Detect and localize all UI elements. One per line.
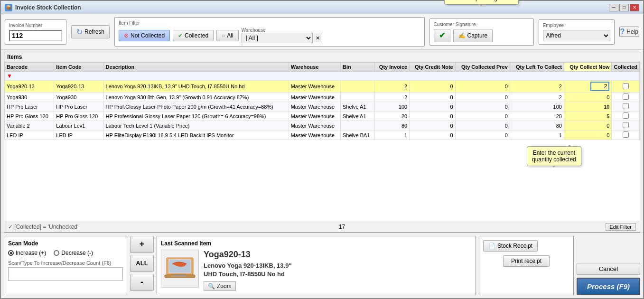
collected-cell[interactable] xyxy=(612,81,640,93)
table-cell xyxy=(341,121,375,131)
scan-type-input[interactable] xyxy=(8,267,123,280)
minimize-button[interactable]: ─ xyxy=(609,4,618,11)
stock-receipt-label: Stock Receipt xyxy=(497,243,532,249)
check-icon: ✔ xyxy=(439,31,445,40)
collected-checkbox[interactable] xyxy=(623,103,629,109)
table-cell: 0 xyxy=(455,102,510,112)
table-row[interactable]: Yoga920-13Yoga920-13Lenovo Yoga 920-13IK… xyxy=(5,81,640,93)
table-row[interactable]: Variable 2Labour Lev1Labour Tech Level 1… xyxy=(5,121,640,131)
table-cell: Lenovo Yoga 920-13IKB, 13.9" UHD Touch, … xyxy=(103,81,289,93)
refresh-button[interactable]: ↻ Refresh xyxy=(71,25,110,38)
table-cell: 2 xyxy=(510,81,564,93)
scanned-item-code: Yoga920-13 xyxy=(204,250,472,260)
table-row[interactable]: LED IPLED IPHP EliteDisplay E190i 18.9 5… xyxy=(5,131,640,140)
invoice-number-input[interactable] xyxy=(9,30,62,41)
col-description: Description xyxy=(103,63,289,72)
increase-radio[interactable]: Increase (+) xyxy=(8,250,46,256)
filter-indicator-icon: ▼ xyxy=(7,73,12,79)
warehouse-filter: Warehouse [ All ] Master Warehouse ✕ xyxy=(242,28,322,43)
collected-checkbox[interactable] xyxy=(623,83,629,89)
collected-cell[interactable] xyxy=(612,93,640,102)
table-cell: LED IP xyxy=(5,131,54,140)
not-collected-icon: ⊗ xyxy=(124,32,129,39)
capture-button[interactable]: ✍ Capture xyxy=(453,29,493,42)
not-collected-button[interactable]: ⊗ Not Collected xyxy=(119,30,170,41)
table-row[interactable]: HP Pro Gloss 120HP Pro Gloss 120HP Profe… xyxy=(5,112,640,121)
bottom-panel: Scan Mode Increase (+) Decrease (-) Scan… xyxy=(1,233,643,298)
print-receipt-button[interactable]: Print receipt xyxy=(503,255,550,267)
collected-cell[interactable] xyxy=(612,121,640,131)
table-row[interactable]: HP Pro LaserHP Pro LaserHP Prof.Glossy L… xyxy=(5,102,640,112)
table-cell: 100 xyxy=(374,102,410,112)
qty-collect-now-cell[interactable]: 10 xyxy=(564,102,612,112)
qty-collect-now-cell[interactable]: 0 xyxy=(564,93,612,102)
close-button[interactable]: ✕ xyxy=(630,4,639,11)
check-signature-button[interactable]: ✔ xyxy=(434,29,450,42)
collected-checkbox[interactable] xyxy=(623,93,629,100)
cancel-button[interactable]: Cancel xyxy=(577,263,640,275)
collected-checkbox[interactable] xyxy=(623,122,629,128)
table-cell: Master Warehouse xyxy=(289,112,340,121)
table-cell: 80 xyxy=(510,121,564,131)
qty-collect-now-cell[interactable]: 0 xyxy=(564,121,612,131)
plus-button[interactable]: + xyxy=(130,236,154,253)
table-cell: 0 xyxy=(410,81,456,93)
all-label: All xyxy=(227,32,233,39)
table-cell: 1 xyxy=(374,131,410,140)
qty-collect-now-cell[interactable] xyxy=(564,81,612,93)
last-scanned-title: Last Scanned Item xyxy=(161,240,472,247)
collected-checkbox[interactable] xyxy=(623,131,629,138)
collected-button[interactable]: ✔ Collected xyxy=(173,30,214,41)
maximize-button[interactable]: □ xyxy=(619,4,629,11)
zoom-button[interactable]: 🔍 Zoom xyxy=(204,281,236,291)
qty-collect-now-cell[interactable]: 5 xyxy=(564,112,612,121)
warehouse-select[interactable]: [ All ] Master Warehouse xyxy=(242,33,313,43)
collected-cell[interactable] xyxy=(612,131,640,140)
capture-icon: ✍ xyxy=(458,32,466,39)
table-cell: Master Warehouse xyxy=(289,102,340,112)
table-cell: HP EliteDisplay E190i 18.9 5:4 LED Backl… xyxy=(103,131,289,140)
customer-signature-panel: Customer Signature Click to capture sign… xyxy=(429,19,534,46)
collected-cell[interactable] xyxy=(612,102,640,112)
table-cell: HP Pro Laser xyxy=(54,102,103,112)
table-cell: Yoga930 xyxy=(5,93,54,102)
edit-filter-button[interactable]: Edit Filter xyxy=(606,223,636,231)
table-cell: Master Warehouse xyxy=(289,81,340,93)
process-button[interactable]: Process (F9) xyxy=(577,278,640,295)
table-cell: Labour Lev1 xyxy=(54,121,103,131)
all-filter-button[interactable]: ○ All xyxy=(216,30,239,41)
collected-cell[interactable] xyxy=(612,112,640,121)
items-header: Items xyxy=(4,52,640,62)
help-button[interactable]: ? Help xyxy=(619,27,639,37)
minus-button[interactable]: - xyxy=(130,274,154,291)
qty-collect-now-cell[interactable]: 0 xyxy=(564,131,612,140)
warehouse-clear-button[interactable]: ✕ xyxy=(314,34,322,42)
table-row[interactable]: Yoga930Yoga930Lenovo Yoga 930 8th Gen, 1… xyxy=(5,93,640,102)
filter-buttons: ⊗ Not Collected ✔ Collected ○ All Wareho… xyxy=(119,28,420,43)
table-cell: 0 xyxy=(455,112,510,121)
table-cell: 2 xyxy=(374,81,410,93)
table-cell: HP Prof.Glossy Laser Photo Paper 200 g/m… xyxy=(103,102,289,112)
title-bar: 📦 Invoice Stock Collection ─ □ ✕ xyxy=(1,1,643,14)
col-qty-collected-prev: Qty Collected Prev xyxy=(455,63,510,72)
qty-collect-now-input[interactable] xyxy=(590,82,609,91)
filter-indicator-row: ▼ xyxy=(5,72,640,81)
table-cell: Master Warehouse xyxy=(289,131,340,140)
toolbar: Invoice Number ↻ Refresh Item Filter ⊗ N… xyxy=(1,14,643,50)
table-cell: 20 xyxy=(510,112,564,121)
refresh-label: Refresh xyxy=(84,28,104,35)
table-cell: 0 xyxy=(410,102,456,112)
all-button[interactable]: ALL xyxy=(130,255,154,272)
items-table-wrap[interactable]: Barcode Item Code Description Warehouse … xyxy=(4,62,640,222)
customer-signature-label: Customer Signature xyxy=(434,22,530,27)
table-cell: HP Pro Gloss 120 xyxy=(5,112,54,121)
decrease-radio[interactable]: Decrease (-) xyxy=(54,250,93,256)
collected-checkbox[interactable] xyxy=(623,112,629,119)
table-cell: 0 xyxy=(455,131,510,140)
stock-receipt-button[interactable]: 📄 Stock Receipt xyxy=(483,240,538,252)
employee-select[interactable]: Alfred xyxy=(543,30,610,41)
stock-receipt-icon: 📄 xyxy=(488,243,495,249)
main-window: 📦 Invoice Stock Collection ─ □ ✕ Invoice… xyxy=(0,0,644,299)
table-cell: 1 xyxy=(510,131,564,140)
filter-status-text: ✓ [Collected] = 'Unchecked' xyxy=(8,224,78,230)
